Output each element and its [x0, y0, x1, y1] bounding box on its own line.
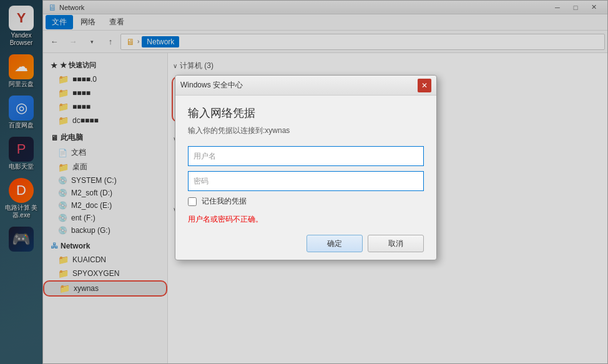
ok-button[interactable]: 确定: [306, 235, 363, 252]
dialog-body: 输入网络凭据 输入你的凭据以连接到:xywnas 记住我的凭据 用户名或密码不正…: [175, 96, 436, 260]
remember-row: 记住我的凭据: [188, 196, 424, 207]
dialog-buttons: 确定 取消: [188, 232, 424, 252]
password-input[interactable]: [188, 171, 424, 191]
dialog-close-button[interactable]: ✕: [418, 79, 431, 92]
remember-label[interactable]: 记住我的凭据: [202, 196, 247, 207]
desktop: Y YandexBrowser ☁ 阿里云盘 ◎ 百度网盘 P 电影天堂 D 电…: [0, 0, 608, 364]
dialog-main-title: 输入网络凭据: [188, 106, 424, 121]
cancel-button[interactable]: 取消: [368, 235, 424, 252]
dialog-titlebar: Windows 安全中心 ✕: [175, 76, 436, 96]
dialog-overlay: Windows 安全中心 ✕ 输入网络凭据 输入你的凭据以连接到:xywnas …: [0, 0, 608, 364]
dialog-subtitle: 输入你的凭据以连接到:xywnas: [188, 125, 424, 136]
error-text: 用户名或密码不正确。: [188, 214, 424, 225]
username-input[interactable]: [188, 146, 424, 166]
remember-checkbox[interactable]: [188, 197, 197, 206]
credentials-dialog: Windows 安全中心 ✕ 输入网络凭据 输入你的凭据以连接到:xywnas …: [175, 75, 437, 260]
dialog-title-text: Windows 安全中心: [180, 80, 243, 91]
